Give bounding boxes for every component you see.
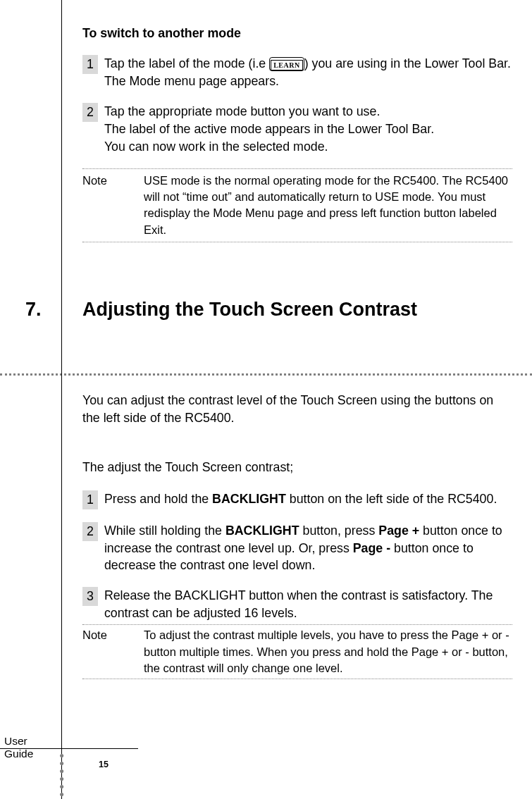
step-body: While still holding the BACKLIGHT button…	[104, 522, 512, 575]
subsection-heading: To switch to another mode	[82, 26, 512, 41]
dotted-divider	[0, 373, 532, 376]
step-text: While still holding the	[104, 524, 225, 538]
learn-mode-label: LEARN	[271, 60, 303, 70]
user-guide-underline	[0, 748, 138, 749]
note-body: To adjust the contrast multiple levels, …	[144, 627, 512, 676]
step-text: Release the BACKLIGHT button when the co…	[104, 588, 493, 620]
step-text: The Mode menu page appears.	[104, 74, 279, 88]
step-item: 1 Press and hold the BACKLIGHT button on…	[82, 490, 512, 509]
user-guide-label: User Guide	[0, 732, 61, 762]
section-title: Adjusting the Touch Screen Contrast	[82, 299, 532, 321]
step-number: 2	[82, 103, 98, 122]
step-body: Tap the appropriate mode button you want…	[104, 103, 512, 156]
bold-term: BACKLIGHT	[212, 492, 286, 506]
step-number: 1	[82, 55, 98, 74]
step-text: Tap the appropriate mode button you want…	[104, 104, 380, 118]
step-text: ) you are using in the Lower Tool Bar.	[304, 56, 511, 70]
step-number: 2	[82, 522, 98, 541]
step-body: Press and hold the BACKLIGHT button on t…	[104, 490, 512, 508]
step-number: 3	[82, 587, 98, 606]
note-block: Note To adjust the contrast multiple lev…	[82, 624, 512, 679]
lead-paragraph: The adjust the Touch Screen contrast;	[82, 459, 512, 476]
step-item: 3 Release the BACKLIGHT button when the …	[82, 587, 512, 622]
step-item: 1 Tap the label of the mode (i.e LEARN) …	[82, 55, 512, 90]
step-text: Press and hold the	[104, 492, 212, 506]
step-item: 2 While still holding the BACKLIGHT butt…	[82, 522, 512, 575]
footer-dots: ●●●●●●	[59, 751, 64, 798]
note-label: Note	[82, 627, 144, 676]
vertical-rule	[61, 0, 62, 799]
page: To switch to another mode 1 Tap the labe…	[0, 0, 532, 799]
learn-mode-badge: LEARN	[269, 57, 304, 71]
page-number: 15	[99, 760, 109, 769]
note-label: Note	[82, 173, 144, 239]
step-text: The label of the active mode appears in …	[104, 122, 434, 136]
content-area-lower: You can adjust the contrast level of the…	[82, 380, 512, 679]
section-heading-row: 7. Adjusting the Touch Screen Contrast	[82, 299, 532, 330]
bold-term: Page +	[378, 524, 419, 538]
step-text: Tap the label of the mode (i.e	[104, 56, 269, 70]
step-number: 1	[82, 490, 98, 509]
step-text: button, press	[299, 524, 379, 538]
step-text: button on the left side of the RC5400.	[286, 492, 497, 506]
content-area: To switch to another mode 1 Tap the labe…	[82, 26, 512, 330]
step-item: 2 Tap the appropriate mode button you wa…	[82, 103, 512, 156]
step-text: You can now work in the selected mode.	[104, 140, 328, 154]
step-body: Release the BACKLIGHT button when the co…	[104, 587, 512, 622]
step-body: Tap the label of the mode (i.e LEARN) yo…	[104, 55, 512, 90]
intro-paragraph: You can adjust the contrast level of the…	[82, 392, 512, 427]
bold-term: BACKLIGHT	[225, 524, 299, 538]
bold-term: Page -	[353, 541, 390, 555]
note-body: USE mode is the normal operating mode fo…	[144, 173, 512, 239]
note-block: Note USE mode is the normal operating mo…	[82, 168, 512, 243]
